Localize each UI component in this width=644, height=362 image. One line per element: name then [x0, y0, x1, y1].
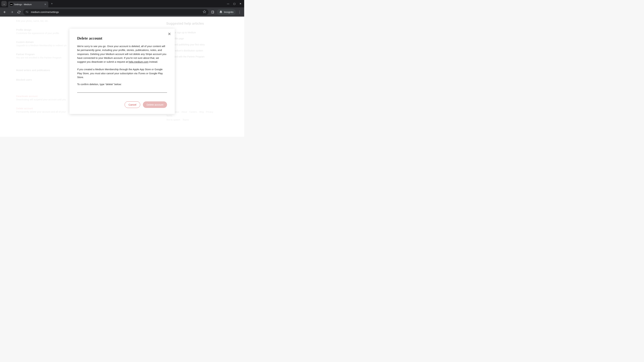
- address-bar-row: medium.com/me/settings Incognito ⋮: [0, 7, 244, 16]
- incognito-label: Incognito: [224, 11, 234, 13]
- modal-paragraph-2: If you created a Medium Membership throu…: [77, 67, 167, 79]
- new-tab-button[interactable]: +: [51, 2, 53, 5]
- help-medium-link[interactable]: help.medium.com: [129, 60, 148, 63]
- url-text: medium.com/me/settings: [31, 10, 59, 13]
- browser-tab[interactable]: ●● Settings - Medium ✕: [8, 1, 48, 7]
- svg-marker-2: [203, 10, 206, 13]
- close-window-icon[interactable]: ✕: [240, 2, 242, 5]
- modal-title: Delete account: [77, 36, 167, 40]
- modal-actions: Cancel Delete account: [77, 101, 167, 108]
- svg-rect-3: [212, 11, 214, 13]
- tab-title: Settings - Medium: [14, 3, 32, 6]
- side-panel-icon[interactable]: [210, 9, 216, 15]
- close-icon: ✕: [168, 32, 171, 36]
- close-tab-icon[interactable]: ✕: [44, 3, 46, 6]
- modal-paragraph-1: We're sorry to see you go. Once your acc…: [77, 44, 167, 64]
- incognito-indicator[interactable]: Incognito: [217, 9, 236, 15]
- star-icon[interactable]: [203, 10, 206, 14]
- minimize-icon[interactable]: —: [227, 2, 229, 5]
- incognito-icon: [219, 10, 222, 14]
- chrome-menu-icon[interactable]: ⋮: [237, 10, 242, 14]
- medium-favicon-icon: ●●: [10, 3, 13, 6]
- confirm-label: To confirm deletion, type “delete” below…: [77, 83, 167, 86]
- forward-button[interactable]: [9, 9, 15, 15]
- svg-point-5: [221, 12, 222, 13]
- maximize-icon[interactable]: ▢: [233, 2, 236, 5]
- back-button[interactable]: [2, 9, 8, 15]
- delete-account-button[interactable]: Delete account: [143, 101, 167, 108]
- reload-button[interactable]: [16, 9, 22, 15]
- svg-point-1: [28, 12, 28, 12]
- site-settings-icon[interactable]: [26, 10, 29, 14]
- address-bar[interactable]: medium.com/me/settings: [23, 9, 208, 15]
- tab-bar: ⌄ ●● Settings - Medium ✕ + — ▢ ✕: [0, 0, 244, 7]
- delete-account-modal: ✕ Delete account We're sorry to see you …: [70, 29, 175, 114]
- chevron-down-icon: ⌄: [3, 2, 5, 5]
- window-controls: — ▢ ✕: [227, 2, 244, 5]
- modal-overlay: ✕ Delete account We're sorry to see you …: [0, 16, 244, 137]
- browser-chrome: ⌄ ●● Settings - Medium ✕ + — ▢ ✕ medium.…: [0, 0, 244, 16]
- confirm-delete-input[interactable]: [77, 88, 167, 93]
- svg-point-0: [26, 11, 26, 12]
- svg-point-4: [220, 12, 221, 13]
- close-modal-button[interactable]: ✕: [168, 32, 171, 36]
- tab-search-dropdown[interactable]: ⌄: [1, 1, 7, 6]
- cancel-button[interactable]: Cancel: [124, 101, 140, 108]
